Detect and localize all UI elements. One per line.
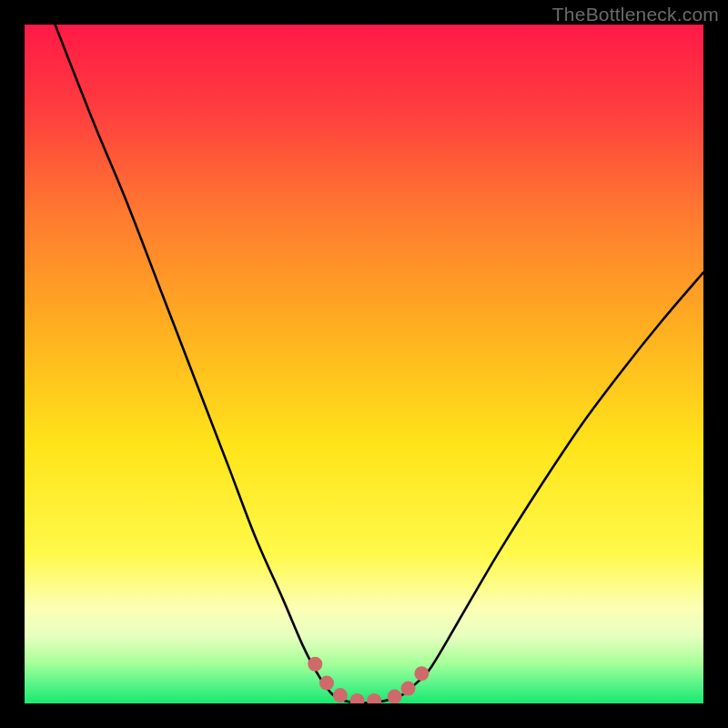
trough-marker	[308, 657, 322, 672]
gradient-background	[25, 25, 703, 703]
trough-marker	[400, 682, 415, 696]
trough-marker	[414, 666, 429, 681]
chart-svg	[25, 25, 703, 703]
trough-marker	[333, 688, 348, 703]
watermark-text: TheBottleneck.com	[552, 4, 719, 25]
trough-marker	[388, 690, 402, 703]
plot-area	[25, 25, 703, 703]
chart-frame: TheBottleneck.com	[0, 0, 728, 728]
trough-marker	[319, 676, 334, 691]
